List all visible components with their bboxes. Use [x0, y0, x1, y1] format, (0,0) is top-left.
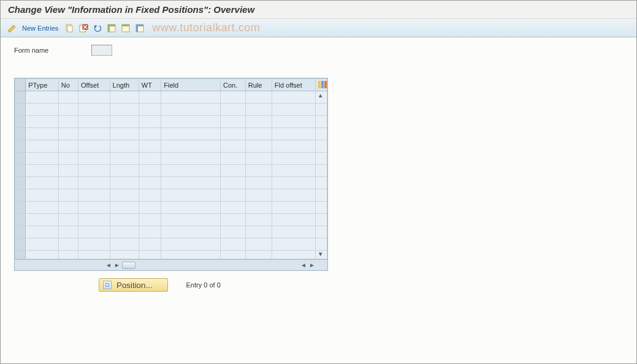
table-row[interactable] — [15, 116, 327, 128]
col-fld-offset[interactable]: Fld offset — [272, 79, 315, 91]
table-cell[interactable] — [272, 153, 315, 165]
table-cell[interactable] — [110, 140, 139, 153]
row-selector[interactable] — [15, 91, 26, 104]
select-all-icon[interactable] — [106, 23, 117, 34]
table-cell[interactable] — [110, 238, 139, 251]
scroll-left-end-icon[interactable]: ◄ — [300, 262, 307, 269]
table-cell[interactable] — [245, 189, 272, 202]
table-cell[interactable] — [161, 189, 221, 202]
table-cell[interactable] — [78, 153, 110, 165]
table-cell[interactable] — [161, 153, 221, 165]
row-selector[interactable] — [15, 189, 26, 202]
table-cell[interactable] — [161, 91, 221, 104]
vertical-scrollbar-cell[interactable] — [315, 226, 327, 238]
table-cell[interactable] — [139, 177, 161, 189]
col-field[interactable]: Field — [161, 79, 221, 91]
table-row[interactable] — [15, 214, 327, 226]
table-cell[interactable] — [272, 165, 315, 177]
col-wt[interactable]: WT — [139, 79, 161, 91]
vertical-scrollbar-cell[interactable] — [315, 140, 327, 153]
table-cell[interactable] — [26, 177, 59, 189]
table-cell[interactable] — [245, 214, 272, 226]
deselect-all-icon[interactable] — [134, 23, 145, 34]
table-cell[interactable] — [139, 202, 161, 214]
table-cell[interactable] — [139, 128, 161, 140]
position-button[interactable]: Position... — [99, 278, 168, 292]
table-cell[interactable] — [58, 177, 78, 189]
table-row[interactable] — [15, 128, 327, 140]
data-grid[interactable]: PType No Offset Lngth WT Field Con. Rule… — [15, 78, 327, 259]
table-cell[interactable] — [161, 165, 221, 177]
table-cell[interactable] — [220, 226, 245, 238]
col-length[interactable]: Lngth — [110, 79, 139, 91]
table-cell[interactable] — [245, 91, 272, 104]
table-cell[interactable] — [58, 140, 78, 153]
col-ptype[interactable]: PType — [26, 79, 59, 91]
vertical-scrollbar-cell[interactable] — [315, 202, 327, 214]
table-cell[interactable] — [220, 116, 245, 128]
table-cell[interactable] — [26, 202, 59, 214]
table-cell[interactable] — [245, 104, 272, 116]
table-cell[interactable] — [220, 91, 245, 104]
table-cell[interactable] — [110, 91, 139, 104]
table-row[interactable]: ▲ — [15, 91, 327, 104]
vertical-scrollbar-cell[interactable] — [315, 189, 327, 202]
table-cell[interactable] — [161, 226, 221, 238]
table-cell[interactable] — [78, 177, 110, 189]
table-cell[interactable] — [220, 104, 245, 116]
col-rule[interactable]: Rule — [245, 79, 272, 91]
table-cell[interactable] — [272, 214, 315, 226]
table-row[interactable]: ▲ — [15, 238, 327, 251]
col-offset[interactable]: Offset — [78, 79, 110, 91]
table-cell[interactable] — [245, 116, 272, 128]
table-cell[interactable] — [26, 226, 59, 238]
table-cell[interactable] — [139, 91, 161, 104]
table-cell[interactable] — [272, 116, 315, 128]
table-cell[interactable] — [245, 177, 272, 189]
table-cell[interactable] — [272, 202, 315, 214]
vertical-scrollbar-cell[interactable]: ▼ — [315, 251, 327, 259]
table-cell[interactable] — [139, 238, 161, 251]
col-con[interactable]: Con. — [220, 79, 245, 91]
table-cell[interactable] — [161, 238, 221, 251]
scroll-up-icon[interactable]: ▲ — [317, 92, 324, 99]
table-cell[interactable] — [78, 238, 110, 251]
vertical-scrollbar-cell[interactable] — [315, 116, 327, 128]
row-selector[interactable] — [15, 140, 26, 153]
copy-icon[interactable] — [64, 23, 75, 34]
table-cell[interactable] — [245, 238, 272, 251]
table-cell[interactable] — [58, 104, 78, 116]
edit-icon[interactable] — [7, 23, 18, 34]
table-row[interactable] — [15, 177, 327, 189]
table-cell[interactable] — [139, 226, 161, 238]
table-row[interactable] — [15, 104, 327, 116]
table-cell[interactable] — [110, 128, 139, 140]
table-cell[interactable] — [26, 214, 59, 226]
table-cell[interactable] — [26, 251, 59, 259]
table-cell[interactable] — [139, 251, 161, 259]
table-cell[interactable] — [110, 189, 139, 202]
row-selector[interactable] — [15, 165, 26, 177]
table-cell[interactable] — [272, 238, 315, 251]
vertical-scrollbar-cell[interactable] — [315, 128, 327, 140]
table-cell[interactable] — [58, 165, 78, 177]
table-cell[interactable] — [58, 226, 78, 238]
table-cell[interactable] — [26, 153, 59, 165]
select-all-header[interactable] — [15, 79, 26, 91]
table-cell[interactable] — [220, 238, 245, 251]
table-cell[interactable] — [78, 202, 110, 214]
table-cell[interactable] — [245, 140, 272, 153]
table-cell[interactable] — [139, 214, 161, 226]
table-cell[interactable] — [110, 165, 139, 177]
table-cell[interactable] — [78, 116, 110, 128]
table-cell[interactable] — [139, 104, 161, 116]
scroll-left-icon[interactable]: ◄ — [105, 262, 112, 269]
table-cell[interactable] — [272, 226, 315, 238]
vertical-scrollbar-cell[interactable] — [315, 177, 327, 189]
table-cell[interactable] — [58, 251, 78, 259]
table-row[interactable] — [15, 226, 327, 238]
table-cell[interactable] — [58, 116, 78, 128]
hscroll-thumb[interactable] — [122, 262, 135, 269]
table-cell[interactable] — [78, 226, 110, 238]
vertical-scrollbar-cell[interactable] — [315, 153, 327, 165]
